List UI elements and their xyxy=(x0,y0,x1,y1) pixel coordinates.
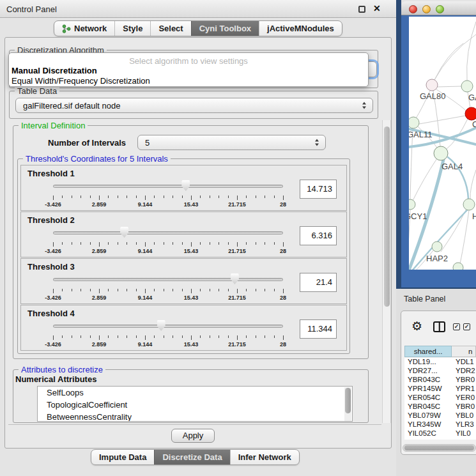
cell-shared-name[interactable]: YER054C xyxy=(404,394,452,403)
network-window-titlebar[interactable] xyxy=(401,1,476,15)
table-row[interactable]: YER054CYER0 xyxy=(404,394,476,403)
attribute-list-item[interactable]: BetweennessCentrality xyxy=(38,411,352,422)
cell-name[interactable]: YPR1 xyxy=(452,385,476,394)
network-edge[interactable] xyxy=(467,22,476,81)
slider-handle[interactable] xyxy=(120,227,128,238)
tab-select[interactable]: Select xyxy=(150,21,190,36)
network-node[interactable] xyxy=(463,199,475,210)
cell-shared-name[interactable]: YBR045C xyxy=(404,403,452,411)
network-edge[interactable] xyxy=(434,35,476,80)
tab-impute-data[interactable]: Impute Data xyxy=(91,450,154,464)
table-data-combobox[interactable]: galFiltered.sif default node xyxy=(15,98,373,113)
slider-track[interactable] xyxy=(53,185,283,188)
threshold-1-value-field[interactable]: 14.713 xyxy=(300,180,337,199)
tab-jactivemnodules[interactable]: jActiveMNodules xyxy=(259,21,342,36)
tab-network[interactable]: Network xyxy=(54,21,114,36)
network-edge[interactable] xyxy=(437,86,461,87)
threshold-4-value-field[interactable]: 11.344 xyxy=(300,319,337,339)
network-node[interactable] xyxy=(461,81,473,92)
cell-shared-name[interactable]: YBR043C xyxy=(404,376,452,385)
zoom-traffic-light-icon[interactable] xyxy=(436,5,444,13)
cell-shared-name[interactable]: YDL19... xyxy=(404,358,452,367)
cell-name[interactable]: YLR3 xyxy=(452,420,476,429)
table-row[interactable]: YLR345WYLR3 xyxy=(404,420,476,429)
cell-shared-name[interactable]: YDR27... xyxy=(404,367,452,376)
cell-name[interactable]: YBR0 xyxy=(452,403,476,411)
cell-name[interactable]: YBL0 xyxy=(452,411,476,420)
network-edge[interactable] xyxy=(434,43,463,80)
threshold-4-slider[interactable]: -3.4262.8599.14415.4321.71528 xyxy=(49,318,287,349)
cell-shared-name[interactable]: YIL052C xyxy=(404,429,452,438)
threshold-2-value-field[interactable]: 6.316 xyxy=(300,226,337,245)
table-row[interactable]: YIL052CYIL0 xyxy=(404,429,476,438)
tab-discretize-data[interactable]: Discretize Data xyxy=(154,450,229,464)
checkbox-icon[interactable]: ✓ xyxy=(453,323,460,330)
slider-tick xyxy=(265,196,265,198)
slider-track[interactable] xyxy=(53,278,283,281)
threshold-1-slider[interactable]: -3.4262.8599.14415.4321.71528 xyxy=(49,178,287,209)
table-row[interactable]: YBL079WYBL0 xyxy=(404,411,476,420)
tab-style[interactable]: Style xyxy=(114,21,150,36)
threshold-3-value-field[interactable]: 21.4 xyxy=(300,273,337,292)
tab-infer-network[interactable]: Infer Network xyxy=(230,450,299,464)
slider-track[interactable] xyxy=(53,325,283,328)
cell-shared-name[interactable]: YPR145W xyxy=(404,385,452,394)
table-row[interactable]: YBR045CYBR0 xyxy=(404,403,476,411)
table-row[interactable]: YPR145WYPR1 xyxy=(404,385,476,394)
network-edge[interactable] xyxy=(419,116,466,124)
list-scrollbar-thumb[interactable] xyxy=(345,388,351,413)
threshold-4-panel: Threshold 4 -3.4262.8599.14415.4321.7152… xyxy=(20,305,347,351)
apply-button[interactable]: Apply xyxy=(171,429,215,443)
attributes-listbox[interactable]: SelfLoopsTopologicalCoefficientBetweenne… xyxy=(37,386,353,422)
cell-name[interactable]: YIL0 xyxy=(452,429,476,438)
dropdown-option-equal-width[interactable]: Equal Width/Frequency Discretization xyxy=(12,76,367,86)
slider-handle[interactable] xyxy=(231,273,239,284)
slider-handle[interactable] xyxy=(157,320,165,331)
panel-vertical-scrollbar[interactable] xyxy=(382,120,391,423)
slider-tick-label: 15.43 xyxy=(184,295,199,301)
dropdown-option-manual[interactable]: Manual Discretization xyxy=(12,66,367,75)
slider-tick xyxy=(145,196,146,200)
list-scrollbar[interactable] xyxy=(344,387,351,421)
network-node[interactable] xyxy=(432,242,442,252)
table-horizontal-scrollbar[interactable] xyxy=(403,444,476,452)
network-node[interactable] xyxy=(426,79,438,91)
column-header-name[interactable]: n xyxy=(452,346,476,357)
minimize-traffic-light-icon[interactable] xyxy=(422,5,431,13)
num-intervals-combobox[interactable]: 5 xyxy=(137,135,326,150)
network-node[interactable] xyxy=(434,146,448,160)
network-node[interactable] xyxy=(453,263,463,270)
slider-track[interactable] xyxy=(53,231,283,234)
threshold-2-slider[interactable]: -3.4262.8599.14415.4321.71528 xyxy=(49,225,287,256)
slider-handle[interactable] xyxy=(181,180,190,191)
cell-name[interactable]: YBR0 xyxy=(452,376,476,385)
network-node[interactable] xyxy=(409,199,415,210)
attribute-list-item[interactable]: SelfLoops xyxy=(38,387,352,399)
network-node[interactable] xyxy=(409,117,419,128)
tab-cyni-toolbox[interactable]: Cyni Toolbox xyxy=(191,21,259,36)
table-hscrollbar-thumb[interactable] xyxy=(404,445,474,450)
close-icon[interactable]: ✕ xyxy=(373,3,381,13)
threshold-3-slider[interactable]: -3.4262.8599.14415.4321.71528 xyxy=(49,272,287,302)
panel-scrollbar-thumb[interactable] xyxy=(384,127,390,307)
attribute-list-item[interactable]: TopologicalCoefficient xyxy=(38,399,352,411)
table-row[interactable]: YDL19...YDL1 xyxy=(404,358,476,367)
network-node[interactable] xyxy=(465,107,476,120)
network-canvas[interactable]: GAL80GACGAL11GAL4GCY1HHAP2 xyxy=(409,17,476,270)
close-traffic-light-icon[interactable] xyxy=(409,5,417,13)
gear-icon[interactable]: ⚙ xyxy=(411,319,422,334)
checkbox-icon[interactable]: ✓ xyxy=(463,323,470,330)
column-header-shared-name[interactable]: shared... xyxy=(404,346,452,357)
table-row[interactable]: YDR27...YDR2 xyxy=(404,367,476,376)
cell-name[interactable]: YDR2 xyxy=(452,367,476,376)
table-body[interactable]: YDL19...YDL1YDR27...YDR2YBR043CYBR0YPR14… xyxy=(404,358,476,440)
table-row[interactable]: YBR043CYBR0 xyxy=(404,376,476,385)
cell-name[interactable]: YDL1 xyxy=(452,358,476,367)
cell-name[interactable]: YER0 xyxy=(452,394,476,403)
slider-tick xyxy=(145,289,146,293)
cell-shared-name[interactable]: YLR345W xyxy=(404,420,452,429)
columns-icon[interactable] xyxy=(433,321,445,332)
float-window-icon[interactable] xyxy=(358,6,365,13)
network-edge[interactable] xyxy=(470,170,476,199)
cell-shared-name[interactable]: YBL079W xyxy=(404,411,452,420)
